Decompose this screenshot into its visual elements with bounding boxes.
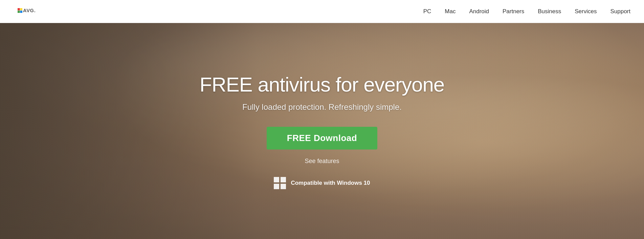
nav-item-pc[interactable]: PC — [423, 8, 431, 15]
nav-item-partners[interactable]: Partners — [503, 8, 524, 15]
nav-item-business[interactable]: Business — [538, 8, 561, 15]
win-square-bl — [274, 184, 279, 189]
nav-item-services[interactable]: Services — [575, 8, 597, 15]
free-download-button[interactable]: FREE Download — [267, 127, 377, 150]
hero-section: FREE antivirus for everyone Fully loaded… — [0, 23, 644, 239]
nav-link-android[interactable]: Android — [469, 8, 489, 15]
nav-link-business[interactable]: Business — [538, 8, 561, 15]
nav-link-support[interactable]: Support — [610, 8, 630, 15]
svg-text:AVG.: AVG. — [23, 8, 36, 13]
nav-item-android[interactable]: Android — [469, 8, 489, 15]
hero-content: FREE antivirus for everyone Fully loaded… — [193, 73, 451, 189]
win-square-tl — [274, 177, 279, 182]
nav-link-services[interactable]: Services — [575, 8, 597, 15]
nav-item-mac[interactable]: Mac — [445, 8, 456, 15]
nav-link-mac[interactable]: Mac — [445, 8, 456, 15]
see-features-link[interactable]: See features — [200, 158, 444, 165]
navbar: AVG. PC Mac Android Partners Business Se… — [0, 0, 644, 23]
main-nav: PC Mac Android Partners Business Service… — [423, 8, 630, 15]
windows-compatibility: Compatible with Windows 10 — [200, 177, 444, 189]
logo-container[interactable]: AVG. — [14, 5, 41, 18]
windows-compat-text: Compatible with Windows 10 — [291, 180, 370, 186]
avg-logo: AVG. — [14, 5, 41, 18]
nav-item-support[interactable]: Support — [610, 8, 630, 15]
win-square-tr — [281, 177, 286, 182]
win-square-br — [281, 184, 286, 189]
windows-icon — [274, 177, 286, 189]
nav-link-pc[interactable]: PC — [423, 8, 431, 15]
nav-link-partners[interactable]: Partners — [503, 8, 524, 15]
hero-title: FREE antivirus for everyone — [200, 73, 444, 96]
hero-subtitle: Fully loaded protection. Refreshingly si… — [200, 102, 444, 112]
